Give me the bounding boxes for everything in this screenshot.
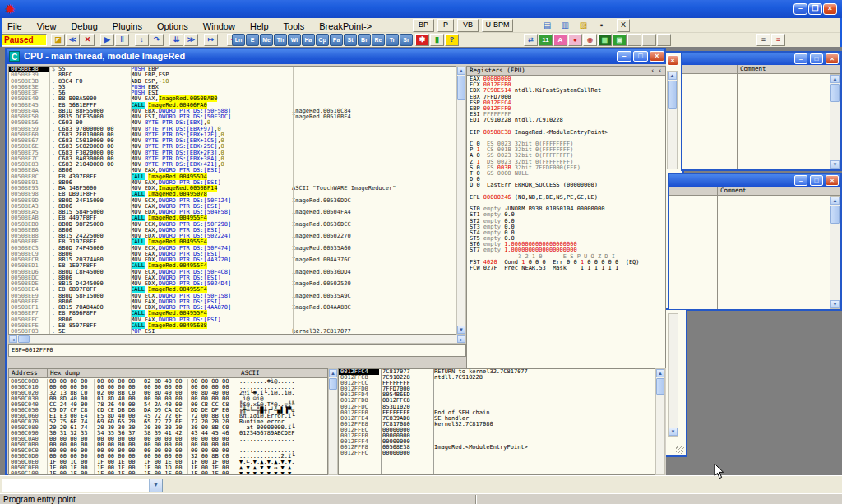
toolbar-pane-button-ln[interactable]: Ln	[232, 34, 245, 46]
toolbar-pane-button-br[interactable]: Br	[358, 34, 371, 46]
toolbar-pane-button-wi[interactable]: Wi	[288, 34, 301, 46]
plugin-a-icon[interactable]: A	[553, 34, 567, 46]
disasm-vscrollbar[interactable]: ▲ ▼	[456, 66, 466, 335]
step-over-button[interactable]: ↷	[150, 34, 164, 46]
execute-till-return-button[interactable]: ↦	[204, 34, 218, 46]
info-pane[interactable]: EBP=0012FFF0	[8, 344, 466, 357]
toolbar-blank-button[interactable]	[627, 34, 641, 46]
fragment-close-icon[interactable]: ×	[667, 55, 678, 66]
comment-window-2-titlebar[interactable]: – □ ×	[669, 174, 840, 187]
comment-window-1[interactable]: – □ × Comment ▲ ▼	[681, 51, 842, 171]
registers-pane[interactable]: Registers (FPU) ‹ ‹ EAX 00000000ECX 0012…	[466, 66, 666, 368]
plugin-close-button[interactable]: X	[617, 19, 630, 32]
list-detail-icon[interactable]: ≡	[771, 34, 785, 46]
comment-2-minimize-button[interactable]: –	[794, 175, 807, 186]
cpu-window[interactable]: C CPU - main thread, module ImageRed – □…	[5, 48, 666, 475]
resize-grip[interactable]	[676, 446, 684, 454]
cpu-titlebar[interactable]: C CPU - main thread, module ImageRed – □…	[7, 49, 664, 64]
plugin-spiral-icon[interactable]: ◉	[583, 34, 597, 46]
folder-yellow-icon[interactable]: ▨	[577, 20, 590, 31]
stack-vscrollbar[interactable]: ▲	[655, 368, 665, 475]
toolbar-pane-button-re[interactable]: Re	[372, 34, 385, 46]
register-line[interactable]: FCW 027F Prec NEAR,53 Mask 1 1 1 1 1 1	[467, 266, 665, 271]
registers-header[interactable]: Registers (FPU) ‹ ‹	[467, 67, 665, 76]
cpu-close-button[interactable]: ×	[650, 51, 664, 62]
comment-window-2[interactable]: – □ × Comment ▲ ▼	[668, 173, 842, 311]
comment-1-maximize-button[interactable]: □	[810, 53, 823, 64]
disasm-row[interactable]: 00508F03.5EPOP ESIkernel32.7C817077	[9, 329, 456, 335]
comment-2-close-button[interactable]: ×	[826, 175, 839, 186]
registers-header-buttons[interactable]: ‹ ‹	[650, 67, 662, 75]
disasm-row[interactable]: 00508EE9.8B0D 58F15000MOV ECX,DWORD PTR …	[9, 294, 456, 299]
dump-vscrollbar[interactable]: ▲	[328, 368, 338, 475]
disasm-row[interactable]: 00508E8C.E8 4397F8FFCALL ImageRed.004955…	[9, 174, 456, 180]
close-program-button[interactable]: ✕	[81, 34, 95, 46]
disasm-hscrollbar[interactable]: ◂ ▸	[8, 335, 466, 344]
animate-into-button[interactable]: ⇊	[169, 34, 183, 46]
disasm-row[interactable]: 00508ED6.8B0D C8F45000MOV ECX,DWORD PTR …	[9, 270, 456, 275]
help-question-icon[interactable]: ?	[445, 34, 459, 46]
toolbar-pane-button-cp[interactable]: Cp	[316, 34, 329, 46]
disasm-row[interactable]: 00508E83.C683 21040000 00MOV BYTE PTR DS…	[9, 162, 456, 168]
console-dark-icon[interactable]: ▪	[595, 20, 608, 31]
run-button[interactable]: ▶	[100, 34, 114, 46]
restart-button[interactable]: ≪	[66, 34, 80, 46]
appearance-icon[interactable]: ▮	[430, 34, 444, 46]
main-titlebar[interactable]: ✹ – ❐ ×	[0, 0, 842, 18]
disasm-row[interactable]: 00508E3E.53PUSH EBX	[9, 85, 456, 90]
comment-2-maximize-button[interactable]: □	[810, 175, 823, 186]
swap-panes-icon[interactable]: ⇄	[524, 34, 538, 46]
fragment-scrollbar[interactable]: ▲	[667, 71, 678, 169]
toolbar-pane-button-pa[interactable]: Pa	[330, 34, 343, 46]
pause-button[interactable]: ‖	[115, 34, 129, 46]
plugin-record-icon[interactable]: ●	[568, 34, 582, 46]
toolbar-blank-button[interactable]	[642, 34, 656, 46]
disassembly-pane[interactable]: 00508E38$55PUSH EBP00508E39.8BECMOV EBP,…	[8, 66, 456, 335]
disasm-row[interactable]: 00508E38$55PUSH EBP	[9, 67, 456, 72]
cpu-maximize-button[interactable]: □	[633, 51, 648, 62]
toolbar-pane-button-me[interactable]: Me	[260, 34, 273, 46]
register-line[interactable]: EDI 7C910228 ntdll.7C910228	[467, 118, 665, 123]
toolbar-pane-button-sr[interactable]: Sr	[400, 34, 413, 46]
cpu-minimize-button[interactable]: –	[617, 51, 632, 62]
register-line[interactable]: T 0 GS 0000 NULL	[467, 171, 665, 177]
window-restore-button[interactable]: ❐	[808, 3, 822, 15]
comment-1-minimize-button[interactable]: –	[794, 53, 807, 64]
toolbar-pane-button-st[interactable]: St	[344, 34, 357, 46]
open-file-button[interactable]: ◪	[51, 34, 65, 46]
register-line[interactable]: O 0 LastErr ERROR_SUCCESS (00000000)	[467, 183, 665, 188]
window-minimize-button[interactable]: –	[793, 3, 807, 15]
options-gear-icon[interactable]: ✱	[415, 34, 429, 46]
step-into-button[interactable]: ↓	[135, 34, 149, 46]
comment-1-close-button[interactable]: ×	[826, 53, 839, 64]
register-line[interactable]: EFL 00000246 (NO,NB,E,BE,NS,PE,GE,LE)	[467, 195, 665, 201]
plugin-screen-icon[interactable]: ▣	[613, 34, 627, 46]
chevron-down-icon[interactable]: ▼	[149, 479, 162, 492]
disasm-row[interactable]: 00508EFE.E8 8597F8FFCALL ImageRed.004956…	[9, 323, 456, 329]
doc-blue-icon[interactable]: ▥	[559, 20, 571, 31]
notepad-blue-icon[interactable]: ▤	[541, 20, 553, 31]
disasm-row[interactable]: 00508EB0.8B0D 98F25000MOV ECX,DWORD PTR …	[9, 222, 456, 228]
comment-window-1-titlebar[interactable]: – □ ×	[682, 53, 840, 65]
disasm-row[interactable]: 00508E9D.8B0D 24F15000MOV ECX,DWORD PTR …	[9, 198, 456, 204]
plugin-keypad-icon[interactable]: ▦	[598, 34, 612, 46]
disasm-row[interactable]: 00508EF7.E8 F896F8FFCALL ImageRed.004955…	[9, 311, 456, 317]
window-close-button[interactable]: ×	[823, 3, 837, 15]
menu-button-p[interactable]: P	[437, 19, 454, 32]
plugin-green-icon[interactable]: 11	[539, 34, 553, 46]
toolbar-pane-button-e[interactable]: E	[246, 34, 259, 46]
disasm-row[interactable]: 00508EC3.8B0D 74F45000MOV ECX,DWORD PTR …	[9, 246, 456, 252]
partial-window-scrollbar[interactable]: ▼	[668, 313, 678, 437]
command-combobox[interactable]: ▼	[2, 479, 163, 492]
dump-pane[interactable]: Address Hex dump ASCII 0050C00000 00 00 …	[8, 368, 328, 475]
stack-pane[interactable]: 0012FFC47C817077RETURN to kernel32.7C817…	[338, 368, 655, 475]
animate-over-button[interactable]: ≫	[184, 34, 198, 46]
toolbar-pane-button-ha[interactable]: Ha	[302, 34, 315, 46]
menu-button-bp[interactable]: BP	[413, 19, 434, 32]
toolbar-pane-button-tr[interactable]: Tr	[386, 34, 399, 46]
menu-button-vb[interactable]: VB	[457, 19, 479, 32]
toolbar-pane-button-th[interactable]: Th	[274, 34, 287, 46]
menu-button-u-bpm[interactable]: U-BPM	[482, 19, 513, 32]
comment-1-scrollbar[interactable]: ▲ ▼	[830, 74, 840, 169]
register-line[interactable]: EIP 00508E38 ImageRed.<ModuleEntryPoint>	[467, 130, 665, 136]
